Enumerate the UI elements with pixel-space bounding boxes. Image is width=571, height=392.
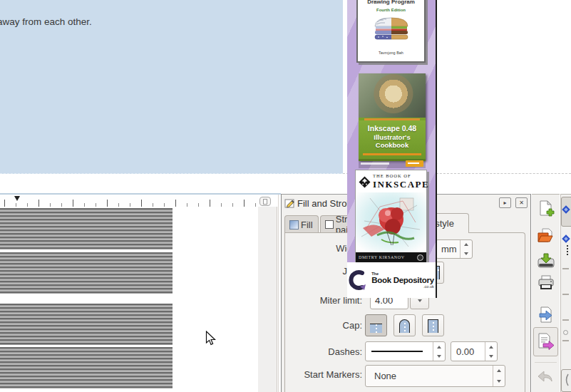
open-document-icon[interactable] bbox=[537, 227, 555, 245]
book-author: DMITRY KIRSANOV bbox=[359, 255, 405, 259]
snap-bbox-tail-icon bbox=[567, 245, 568, 255]
cookbook-title-area: Inkscape 0.48 Illustrator's Cookbook bbox=[359, 120, 426, 161]
dash-spinner[interactable] bbox=[433, 342, 445, 361]
book-cover-vector-guide[interactable]: Drawing Program Fourth Edition bbox=[356, 0, 426, 63]
spin-down-icon[interactable] bbox=[464, 252, 468, 255]
new-document-icon[interactable] bbox=[537, 200, 555, 218]
spin-up-icon[interactable] bbox=[489, 346, 493, 349]
spin-down-icon[interactable] bbox=[489, 355, 493, 358]
burger-illustration bbox=[358, 16, 424, 44]
book-depository-swirl-icon bbox=[349, 269, 369, 291]
fill-stroke-dialog-icon bbox=[284, 197, 296, 209]
solid-dash-preview bbox=[371, 351, 423, 352]
dialog-iconify-button[interactable]: ▸ bbox=[499, 197, 511, 208]
book-cover-book-of-inkscape[interactable]: THE BOOK OF INKSCAPE bbox=[355, 170, 427, 263]
screenshot-stage: away from each other. Fill and Stroke ▸ … bbox=[0, 0, 571, 392]
greeked-text-block bbox=[0, 347, 173, 388]
book-edition: Fourth Edition bbox=[358, 8, 424, 12]
mouse-cursor-icon bbox=[205, 331, 216, 349]
cap-round-button[interactable] bbox=[393, 314, 416, 336]
cover-authors-text-bar bbox=[361, 163, 389, 165]
cap-butt-button[interactable] bbox=[365, 314, 387, 336]
spin-up-icon[interactable] bbox=[464, 243, 468, 246]
callout-box: away from each other. bbox=[0, 0, 343, 174]
toolbar-separator bbox=[535, 362, 557, 363]
undo-icon-disabled bbox=[537, 368, 555, 386]
book-series-text: THE BOOK OF bbox=[373, 173, 429, 178]
snap-item-icon[interactable] bbox=[562, 294, 569, 295]
dash-pattern-combo[interactable] bbox=[365, 341, 446, 361]
depository-domain: .co.uk bbox=[371, 284, 434, 289]
cap-label: Cap: bbox=[264, 320, 362, 331]
depository-name: Book Depository bbox=[371, 276, 434, 284]
snap-page-border-button[interactable] bbox=[561, 369, 571, 392]
snap-item-icon[interactable] bbox=[562, 319, 569, 321]
unit-value: mm bbox=[436, 240, 460, 258]
stroke-paint-swatch-icon bbox=[325, 220, 334, 229]
greeked-text-block bbox=[0, 252, 173, 294]
import-image-icon[interactable] bbox=[537, 306, 555, 324]
print-document-icon[interactable] bbox=[537, 274, 555, 292]
scrollbar-border bbox=[278, 195, 279, 392]
horizontal-ruler[interactable] bbox=[0, 195, 258, 207]
dash-offset-spinbox[interactable]: 0.00 bbox=[451, 341, 498, 361]
cap-round-icon bbox=[399, 319, 410, 333]
start-markers-label: Start Markers: bbox=[264, 369, 362, 380]
tab-fill-label: Fill bbox=[301, 220, 313, 230]
save-document-icon[interactable] bbox=[537, 252, 555, 270]
book-title: Drawing Program bbox=[358, 0, 424, 5]
unit-combo[interactable]: mm bbox=[436, 239, 473, 259]
snap-node-icon[interactable] bbox=[563, 330, 568, 335]
callout-text: away from each other. bbox=[0, 16, 92, 27]
ruler-position-marker-icon bbox=[14, 196, 20, 201]
export-image-icon[interactable] bbox=[536, 332, 555, 351]
dash-offset-value: 0.00 bbox=[451, 342, 485, 361]
spin-down-icon[interactable] bbox=[437, 355, 441, 358]
packt-logo bbox=[406, 160, 423, 167]
dialog-close-button[interactable]: ✕ bbox=[515, 197, 528, 208]
book-author: Tavmjong Bah bbox=[358, 51, 424, 55]
snap-item-icon[interactable] bbox=[562, 340, 569, 341]
book-ad-panel: Drawing Program Fourth Edition bbox=[347, 0, 437, 298]
greeked-text-block bbox=[0, 304, 173, 345]
fill-swatch-icon bbox=[289, 220, 299, 229]
publisher-logo-icon bbox=[417, 254, 423, 261]
cover-author-bar: DMITRY KIRSANOV bbox=[356, 252, 426, 262]
book-title-line2: Illustrator's Cookbook bbox=[359, 133, 426, 149]
cap-butt-icon bbox=[370, 324, 382, 333]
tab-fill[interactable]: Fill bbox=[284, 215, 319, 233]
start-markers-value: None bbox=[366, 366, 493, 386]
cap-square-button[interactable] bbox=[422, 314, 444, 336]
greeked-text-block bbox=[0, 208, 173, 249]
offset-spinner[interactable] bbox=[485, 342, 497, 361]
rose-illustration bbox=[356, 192, 426, 252]
inkscape-logo-icon bbox=[359, 176, 371, 188]
dropdown-arrow-icon bbox=[418, 299, 422, 302]
cap-square-icon bbox=[428, 319, 438, 333]
book-depository-logo-box[interactable]: The Book Depository .co.uk bbox=[347, 262, 436, 298]
spin-up-icon[interactable] bbox=[497, 369, 501, 372]
book-title-line1: Inkscape 0.48 bbox=[359, 124, 426, 133]
cover-header: THE BOOK OF INKSCAPE bbox=[356, 170, 426, 192]
markers-spinner[interactable] bbox=[493, 366, 505, 386]
book-cover-cookbook[interactable]: Inkscape 0.48 Illustrator's Cookbook bbox=[359, 73, 426, 160]
thistle-photo bbox=[359, 73, 426, 118]
cover-footer bbox=[359, 159, 426, 168]
book-title: INKSCAPE bbox=[373, 179, 429, 190]
ruler-corner-button[interactable] bbox=[259, 197, 271, 206]
spin-up-icon[interactable] bbox=[437, 346, 441, 349]
dashes-label: Dashes: bbox=[264, 346, 362, 357]
spin-down-icon[interactable] bbox=[497, 380, 501, 383]
start-markers-combo[interactable]: None bbox=[365, 365, 505, 387]
cover-subtitle-bar bbox=[363, 153, 422, 155]
page-glyph-icon bbox=[263, 199, 267, 205]
snap-item-icon[interactable] bbox=[562, 268, 569, 269]
unit-spinner[interactable] bbox=[460, 240, 472, 258]
